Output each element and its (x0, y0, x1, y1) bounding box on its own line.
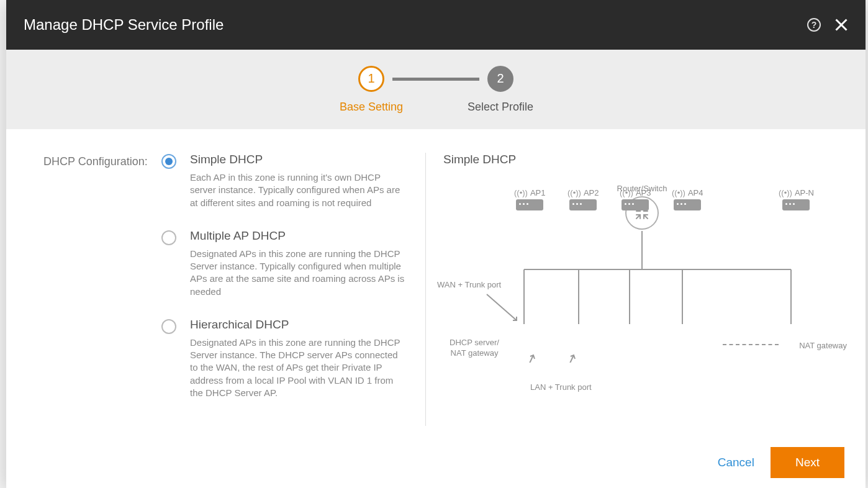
option-text: Simple DHCP Each AP in this zone is runn… (190, 153, 407, 209)
ap-label: AP1 (530, 188, 546, 197)
option-title: Simple DHCP (190, 153, 407, 166)
ap-device-icon (674, 199, 701, 210)
ap-node: ((•)) AP1 (514, 184, 545, 210)
option-simple-dhcp[interactable]: Simple DHCP Each AP in this zone is runn… (161, 153, 407, 209)
radio-icon[interactable] (161, 230, 176, 245)
help-icon[interactable]: ? (807, 18, 821, 32)
ap-label: AP3 (636, 188, 651, 197)
option-text: Multiple AP DHCP Designated APs in this … (190, 229, 407, 298)
option-desc: Designated APs in this zone are running … (190, 337, 407, 399)
stepper: 1 Base Setting 2 Select Profile (315, 66, 556, 114)
right-column: Simple DHCP Router/Switch (432, 153, 841, 437)
modal-footer: Cancel Next (6, 437, 866, 488)
ap-label: AP-N (795, 188, 814, 197)
modal-header: Manage DHCP Service Profile ? (6, 0, 866, 50)
wan-label: WAN + Trunk port (437, 280, 501, 291)
lan-label: LAN + Trunk port (530, 382, 592, 392)
ap-label: AP2 (584, 188, 599, 197)
option-title: Multiple AP DHCP (190, 229, 407, 243)
wifi-icon: ((•)) (779, 188, 792, 197)
preview-title: Simple DHCP (443, 153, 841, 166)
ap-node: ((•)) AP-N (779, 184, 814, 210)
cancel-button[interactable]: Cancel (718, 456, 754, 469)
step-label: Base Setting (340, 101, 403, 114)
left-column: DHCP Configuration: Simple DHCP Each AP … (43, 153, 425, 437)
wifi-icon: ((•)) (672, 188, 685, 197)
step-connector (392, 78, 479, 81)
ap-node: ((•)) AP4 (672, 184, 703, 210)
content-area: DHCP Configuration: Simple DHCP Each AP … (6, 129, 866, 437)
option-hierarchical-dhcp[interactable]: Hierarchical DHCP Designated APs in this… (161, 318, 407, 399)
stepper-bar: 1 Base Setting 2 Select Profile (6, 50, 866, 129)
next-button[interactable]: Next (771, 447, 844, 478)
radio-icon[interactable] (161, 319, 176, 334)
step-number: 1 (358, 66, 384, 92)
option-desc: Each AP in this zone is running it's own… (190, 171, 407, 209)
ap-device-icon (782, 199, 810, 210)
option-desc: Designated APs in this zone are running … (190, 248, 407, 298)
ap-device-icon (569, 199, 597, 210)
field-label: DHCP Configuration: (43, 153, 161, 168)
wifi-icon: ((•)) (620, 188, 633, 197)
modal-dialog: Manage DHCP Service Profile ? 1 Base Set… (6, 0, 866, 488)
header-icons: ? (807, 18, 848, 32)
ap-device-icon (516, 199, 543, 210)
close-icon[interactable] (834, 18, 848, 32)
ap-label: AP4 (688, 188, 703, 197)
dhcp-options: Simple DHCP Each AP in this zone is runn… (161, 153, 425, 399)
step-select-profile[interactable]: 2 Select Profile (445, 66, 556, 114)
wifi-icon: ((•)) (567, 188, 581, 197)
option-text: Hierarchical DHCP Designated APs in this… (190, 318, 407, 399)
radio-icon[interactable] (161, 154, 176, 169)
dhcp-server-label: DHCP server/ NAT gateway (443, 338, 505, 359)
step-label: Select Profile (468, 101, 533, 114)
step-base-setting[interactable]: 1 Base Setting (315, 66, 427, 114)
ap-device-icon (622, 199, 649, 210)
option-multiple-ap-dhcp[interactable]: Multiple AP DHCP Designated APs in this … (161, 229, 407, 298)
ap-node: ((•)) AP3 (620, 184, 651, 210)
nat-gateway-label: NAT gateway (799, 341, 847, 351)
svg-line-7 (487, 294, 517, 320)
network-diagram: Router/Switch (443, 184, 841, 407)
modal-title: Manage DHCP Service Profile (24, 16, 224, 34)
vertical-divider (425, 153, 426, 426)
ap-node: ((•)) AP2 (567, 184, 599, 210)
step-number: 2 (487, 66, 513, 92)
wifi-icon: ((•)) (514, 188, 528, 197)
dotted-continuation (723, 344, 779, 345)
option-title: Hierarchical DHCP (190, 318, 407, 332)
